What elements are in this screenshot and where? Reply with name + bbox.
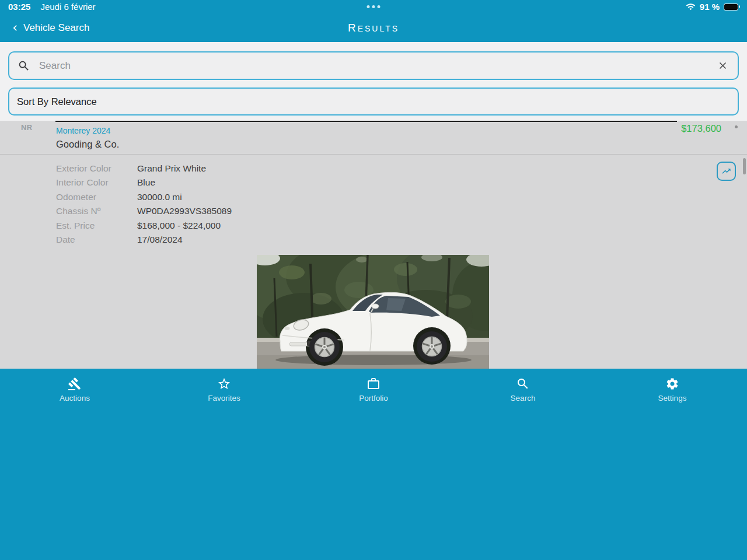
search-icon [516,377,530,391]
detail-row: Date17/08/2024 [56,233,232,247]
wifi-icon [686,3,696,10]
sort-label: Sort By Relevance [17,96,97,107]
detail-label: Date [56,233,137,247]
tab-label: Auctions [60,394,90,402]
search-bar [8,51,739,80]
battery-icon [724,4,740,10]
detail-value: $168,000 - $224,000 [137,219,221,233]
row-divider [55,121,677,122]
gavel-icon [68,377,82,391]
multitask-dots-icon [367,5,381,8]
status-date: Jeudi 6 février [40,2,95,12]
page-title: RESULTS [0,22,747,34]
reserve-badge: NR [21,123,33,132]
vehicle-photo [257,255,489,369]
detail-label: Exterior Color [56,162,137,176]
detail-indicator-dot [735,125,738,128]
detail-label: Interior Color [56,176,137,190]
detail-row: Chassis NºWP0DA2993VS385089 [56,204,232,218]
sold-price: $173,600 [681,123,721,134]
battery-percent: 91 % [700,2,720,12]
tab-settings[interactable]: Settings [598,369,747,403]
search-input[interactable] [38,60,708,72]
tab-label: Search [511,394,536,402]
nav-bar: Vehicle Search RESULTS [0,14,747,42]
scrollbar-thumb[interactable] [743,158,746,174]
tab-search[interactable]: Search [448,369,598,403]
results-list: NR Monterey 2024 Gooding & Co. $173,600 … [0,121,747,369]
detail-row: Est. Price$168,000 - $224,000 [56,219,232,233]
section-divider [0,154,747,155]
status-time: 03:25 [8,2,30,12]
briefcase-icon [366,377,381,391]
close-icon [717,60,728,71]
status-bar: 03:25 Jeudi 6 février 91 % [0,0,747,14]
tab-label: Settings [658,394,687,402]
search-icon [18,60,30,72]
tab-favorites[interactable]: Favorites [149,369,299,403]
price-trend-button[interactable] [717,162,736,181]
clear-search-button[interactable] [716,59,729,72]
auction-house: Gooding & Co. [56,139,119,150]
tab-portfolio[interactable]: Portfolio [299,369,448,403]
tab-auctions[interactable]: Auctions [0,369,149,403]
detail-value: 30000.0 mi [137,190,182,204]
gear-icon [665,377,679,391]
detail-value: 17/08/2024 [137,233,183,247]
detail-label: Est. Price [56,219,137,233]
search-area: Sort By Relevance [0,42,747,121]
app-frame: 03:25 Jeudi 6 février 91 % Vehicle Searc… [0,0,747,560]
tab-label: Favorites [208,394,240,402]
detail-value: Blue [137,176,155,190]
trending-up-icon [721,165,731,177]
tab-bar: Auctions Favorites Portfolio Search Sett… [0,369,747,560]
detail-value: WP0DA2993VS385089 [137,204,232,218]
sort-selector[interactable]: Sort By Relevance [8,88,739,116]
vehicle-details: Exterior ColorGrand Prix White Interior … [56,162,232,247]
detail-label: Chassis Nº [56,204,137,218]
detail-value: Grand Prix White [137,162,206,176]
detail-row: Interior ColorBlue [56,176,232,190]
detail-row: Odometer30000.0 mi [56,190,232,204]
detail-row: Exterior ColorGrand Prix White [56,162,232,176]
auction-link[interactable]: Monterey 2024 [56,126,110,135]
detail-label: Odometer [56,190,137,204]
star-icon [217,377,231,391]
tab-label: Portfolio [359,394,388,402]
